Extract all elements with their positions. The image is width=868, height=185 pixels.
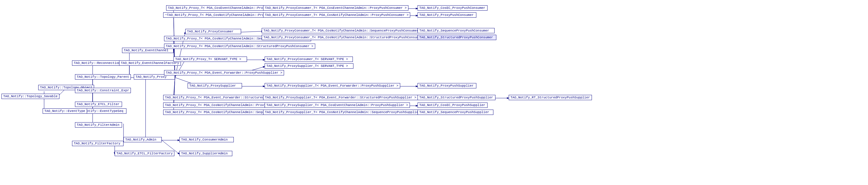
- node-proxy_consumer_t_seq: TAO_Notify_ProxyConsumer_T< POA_CosNotif…: [262, 28, 424, 33]
- node-topology_parent: TAO_Notify::Topology_Parent: [75, 74, 131, 80]
- node-proxy_push_supplier: TAO_Notify_ProxyPushSupplier: [417, 83, 476, 88]
- node-proxy_consumer_t_cos_notify: TAO_Notify_ProxyConsumer_T< POA_CosNotif…: [263, 12, 410, 18]
- node-filter_factory: TAO_Notify_FilterFactory: [72, 141, 124, 146]
- node-struct_proxy_push_consumer: TAO_Notify_StructuredProxyPushConsumer: [417, 35, 496, 40]
- node-proxy_supplier: TAO_Notify_ProxySupplier: [188, 83, 242, 88]
- node-proxy_consumer_t_struct: TAO_Notify_ProxyConsumer_T< POA_CosNotif…: [262, 35, 428, 40]
- node-proxy_consumer_t_cos_event: TAO_Notify_ProxyConsumer_T< POA_CosEvent…: [263, 5, 408, 10]
- node-rt_struct_proxy_push_supplier: TAO_Notify_RT_StructuredProxyPushSupplie…: [509, 95, 592, 100]
- node-proxy_supplier_t_seq: TAO_Notify_ProxySupplier_T< POA_CosNotif…: [263, 110, 426, 115]
- node-event_channel_factory: TAO_Notify_EventChannelFactory: [119, 60, 181, 66]
- node-proxy_push_consumer: TAO_Notify_ProxyPushConsumer: [417, 12, 476, 18]
- node-proxy_t_event_forwarder_push_supplier: TAO_Notify_Proxy_T< POA_Event_Forwarder:…: [164, 70, 284, 75]
- node-cosec_proxy_push_supplier: TAO_Notify_CosEC_ProxyPushSupplier: [417, 103, 488, 108]
- node-topology_savable: TAO_Notify::Topology_Savable: [1, 94, 59, 99]
- node-cosec_proxy_push_consumer: TAO_Notify_CosEC_ProxyPushConsumer: [417, 5, 488, 10]
- node-admin: TAO_Notify_Admin: [124, 137, 162, 142]
- node-proxy_supplier_t_servant: TAO_Notify_ProxySupplier_T< SERVANT_TYPE…: [265, 63, 353, 69]
- node-seq_proxy_push_supplier: TAO_Notify_SequenceProxyPushSupplier: [417, 110, 493, 115]
- diagram-container: TAO_Notify::Topology_SavableTAO_Notify::…: [0, 0, 868, 185]
- node-etcl_filter_factory: TAO_Notify_ETCL_FilterFactory: [115, 151, 174, 156]
- node-proxy_t_servant_type: TAO_Notify_Proxy_T< SERVANT_TYPE >: [174, 57, 247, 62]
- node-filter_admin: TAO_Notify_FilterAdmin: [75, 122, 122, 128]
- node-proxy_t_struct_push_consumer: TAO_Notify_Proxy_T< POA_CosNotifyChannel…: [164, 44, 315, 49]
- node-proxy_consumer: TAO_Notify_ProxyConsumer: [185, 29, 241, 34]
- node-etcl_filter: TAO_Notify_ETCL_Filter: [75, 102, 122, 107]
- node-consumer_admin: TAO_Notify_ConsumerAdmin: [179, 137, 234, 142]
- node-supplier_admin: TAO_Notify_SupplierAdmin: [179, 151, 232, 156]
- node-proxy_supplier_t_event_forwarder: TAO_Notify_ProxySupplier_T< POA_Event_Fo…: [265, 83, 400, 88]
- node-seq_proxy_push_consumer: TAO_Notify_SequenceProxyPushConsumer: [417, 28, 495, 33]
- node-struct_proxy_push_supplier: TAO_Notify_StructuredProxyPushSupplier: [417, 95, 495, 100]
- node-proxy_supplier_t_struct: TAO_Notify_ProxySupplier_T< POA_Event_Fo…: [263, 95, 418, 100]
- node-proxy_supplier_t_cos_event: TAO_Notify_ProxySupplier_T< POA_CosEvent…: [265, 103, 410, 108]
- node-proxy_consumer_t_servant: TAO_Notify_ProxyConsumer_T< SERVANT_TYPE…: [265, 57, 353, 62]
- node-event_type: TAO_Notify::EventType: [43, 108, 87, 114]
- node-constraint_expr: TAO_Notify::Constraint_Expr: [75, 88, 131, 93]
